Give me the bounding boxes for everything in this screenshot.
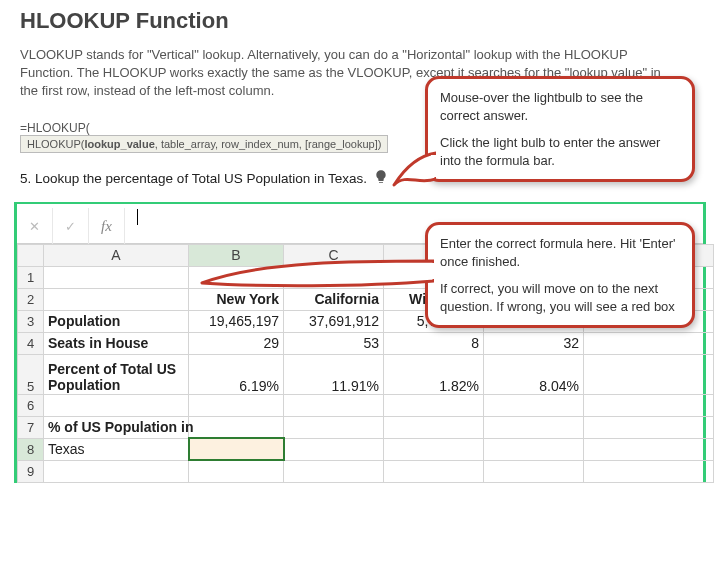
cell[interactable]: California: [284, 288, 384, 310]
cell[interactable]: [584, 416, 714, 438]
cell[interactable]: 32: [484, 332, 584, 354]
cell[interactable]: 53: [284, 332, 384, 354]
cell[interactable]: [484, 438, 584, 460]
cell[interactable]: [284, 394, 384, 416]
accept-button[interactable]: ✓: [53, 208, 89, 244]
page-title: HLOOKUP Function: [0, 0, 720, 38]
formula-hint-rest: , table_array, row_index_num, [range_loo…: [155, 138, 382, 150]
cell[interactable]: Texas: [44, 438, 189, 460]
cell[interactable]: [384, 460, 484, 482]
callout-lightbulb-p1: Mouse-over the lightbulb to see the corr…: [440, 89, 680, 124]
cell[interactable]: [584, 438, 714, 460]
cell[interactable]: Population: [44, 310, 189, 332]
row-header-9[interactable]: 9: [18, 460, 44, 482]
formula-hint-prefix: HLOOKUP(: [27, 138, 84, 150]
row-header-1[interactable]: 1: [18, 266, 44, 288]
callout-formula: Enter the correct formula here. Hit 'Ent…: [425, 222, 695, 328]
cell[interactable]: 37,691,912: [284, 310, 384, 332]
cell[interactable]: [484, 416, 584, 438]
row-header-2[interactable]: 2: [18, 288, 44, 310]
caret-icon: [137, 209, 138, 225]
row-header-8[interactable]: 8: [18, 438, 44, 460]
cell[interactable]: [284, 416, 384, 438]
cell[interactable]: [384, 416, 484, 438]
callout-lightbulb: Mouse-over the lightbulb to see the corr…: [425, 76, 695, 182]
row-header-3[interactable]: 3: [18, 310, 44, 332]
cell[interactable]: [284, 438, 384, 460]
cell[interactable]: 19,465,197: [189, 310, 284, 332]
formula-hint-arg: lookup_value: [84, 138, 154, 150]
cell[interactable]: [284, 460, 384, 482]
callout-formula-p1: Enter the correct formula here. Hit 'Ent…: [440, 235, 680, 270]
formula-hint-box: HLOOKUP(lookup_value, table_array, row_i…: [20, 135, 388, 153]
cell[interactable]: 29: [189, 332, 284, 354]
cell[interactable]: % of US Population in: [44, 416, 189, 438]
cell[interactable]: New York: [189, 288, 284, 310]
cell[interactable]: [44, 266, 189, 288]
row-header-5[interactable]: 5: [18, 354, 44, 394]
cell[interactable]: Percent of Total US Population: [44, 354, 189, 394]
cell[interactable]: [584, 460, 714, 482]
cell[interactable]: [189, 460, 284, 482]
cell[interactable]: [189, 416, 284, 438]
fx-button[interactable]: fx: [89, 208, 125, 244]
cell[interactable]: 6.19%: [189, 354, 284, 394]
row-header-4[interactable]: 4: [18, 332, 44, 354]
cell[interactable]: 8.04%: [484, 354, 584, 394]
question-text: 5. Lookup the percentage of Total US Pop…: [20, 171, 367, 186]
row-header-6[interactable]: 6: [18, 394, 44, 416]
cell[interactable]: 11.91%: [284, 354, 384, 394]
callout-formula-p2: If correct, you will move on to the next…: [440, 280, 680, 315]
cell[interactable]: 1.82%: [384, 354, 484, 394]
callout-tail-icon: [392, 149, 436, 189]
callout-lightbulb-p2: Click the light bulb to enter the answer…: [440, 134, 680, 169]
cell[interactable]: [584, 394, 714, 416]
select-all-corner[interactable]: [18, 244, 44, 266]
cancel-button[interactable]: ✕: [17, 208, 53, 244]
callout-tail-icon: [200, 257, 434, 291]
cell[interactable]: [44, 288, 189, 310]
row-header-7[interactable]: 7: [18, 416, 44, 438]
cell[interactable]: [189, 394, 284, 416]
cell[interactable]: [584, 332, 714, 354]
cell[interactable]: 8: [384, 332, 484, 354]
cell[interactable]: [384, 438, 484, 460]
cell[interactable]: [484, 394, 584, 416]
col-header-a[interactable]: A: [44, 244, 189, 266]
cell[interactable]: [484, 460, 584, 482]
cell[interactable]: [384, 394, 484, 416]
lightbulb-icon[interactable]: [373, 169, 389, 188]
cell[interactable]: [584, 354, 714, 394]
active-cell[interactable]: [189, 438, 284, 460]
cell[interactable]: [44, 460, 189, 482]
cell[interactable]: Seats in House: [44, 332, 189, 354]
cell[interactable]: [44, 394, 189, 416]
